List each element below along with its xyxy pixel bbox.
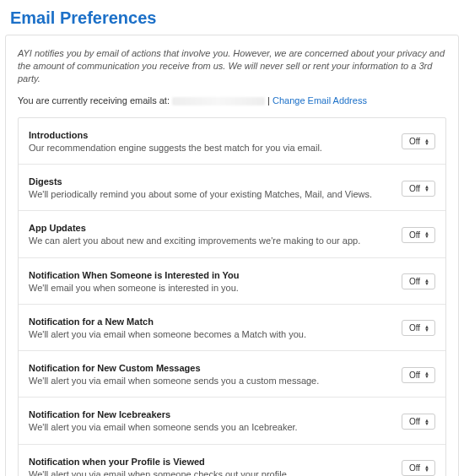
page-title: Email Preferences bbox=[0, 0, 464, 35]
pref-title: App Updates bbox=[29, 223, 393, 233]
pref-icebreakers: Notification for New Icebreakers We'll a… bbox=[19, 398, 445, 444]
toggle-value: Off bbox=[409, 371, 420, 380]
stepper-icon: ▲▼ bbox=[424, 279, 429, 285]
toggle-value: Off bbox=[409, 230, 420, 240]
pref-title: Notification when your Profile is Viewed bbox=[29, 457, 393, 467]
toggle-value: Off bbox=[409, 323, 420, 333]
pref-introductions: Introductions Our recommendation engine … bbox=[19, 118, 445, 165]
preferences-panel: AYI notifies you by email of actions tha… bbox=[5, 35, 459, 476]
pref-toggle[interactable]: Off ▲▼ bbox=[402, 273, 435, 289]
stepper-icon: ▲▼ bbox=[424, 138, 429, 145]
pref-desc: We'll email you when someone is interest… bbox=[29, 282, 393, 294]
pref-toggle[interactable]: Off ▲▼ bbox=[402, 414, 435, 430]
toggle-value: Off bbox=[409, 417, 420, 426]
pref-toggle[interactable]: Off ▲▼ bbox=[402, 320, 435, 336]
stepper-icon: ▲▼ bbox=[424, 419, 429, 425]
pref-toggle[interactable]: Off ▲▼ bbox=[402, 133, 435, 149]
pref-desc: We'll alert you via email when someone s… bbox=[29, 421, 393, 433]
pref-title: Notification for New Custom Messages bbox=[29, 363, 393, 373]
current-email-prefix: You are currently receiving emails at: bbox=[18, 95, 172, 105]
toggle-value: Off bbox=[409, 137, 420, 146]
stepper-icon: ▲▼ bbox=[424, 465, 429, 472]
toggle-value: Off bbox=[409, 277, 420, 286]
pref-toggle[interactable]: Off ▲▼ bbox=[402, 181, 435, 197]
pref-desc: We'll alert you via email when someone c… bbox=[29, 468, 393, 476]
stepper-icon: ▲▼ bbox=[424, 185, 429, 192]
pref-title: Digests bbox=[29, 176, 393, 187]
current-email-value bbox=[172, 97, 265, 105]
stepper-icon: ▲▼ bbox=[424, 371, 429, 378]
pref-desc: We'll periodically remind you about some… bbox=[29, 188, 393, 200]
current-email-line: You are currently receiving emails at: |… bbox=[18, 95, 446, 105]
toggle-value: Off bbox=[409, 463, 420, 473]
pref-desc: We can alert you about new and exciting … bbox=[29, 235, 393, 246]
pref-app-updates: App Updates We can alert you about new a… bbox=[19, 211, 445, 257]
intro-text: AYI notifies you by email of actions tha… bbox=[18, 47, 446, 85]
pref-new-match: Notification for a New Match We'll alert… bbox=[19, 305, 445, 351]
pref-title: Notification When Someone is Interested … bbox=[29, 270, 393, 280]
pref-custom-messages: Notification for New Custom Messages We'… bbox=[19, 351, 445, 398]
pref-title: Introductions bbox=[29, 130, 393, 140]
pref-title: Notification for New Icebreakers bbox=[29, 409, 393, 419]
pref-interested-in-you: Notification When Someone is Interested … bbox=[19, 258, 445, 305]
pref-toggle[interactable]: Off ▲▼ bbox=[402, 227, 435, 243]
pref-toggle[interactable]: Off ▲▼ bbox=[402, 367, 435, 383]
pref-desc: We'll alert you via email when someone b… bbox=[29, 328, 393, 340]
change-email-link[interactable]: Change Email Address bbox=[272, 95, 367, 105]
pref-desc: Our recommendation engine suggests the b… bbox=[29, 142, 393, 154]
stepper-icon: ▲▼ bbox=[424, 231, 429, 238]
pref-toggle[interactable]: Off ▲▼ bbox=[402, 460, 435, 476]
pref-title: Notification for a New Match bbox=[29, 316, 393, 327]
preferences-list: Introductions Our recommendation engine … bbox=[18, 117, 446, 476]
toggle-value: Off bbox=[409, 184, 420, 193]
stepper-icon: ▲▼ bbox=[424, 325, 429, 332]
pref-profile-viewed: Notification when your Profile is Viewed… bbox=[19, 445, 445, 476]
pref-desc: We'll alert you via email when someone s… bbox=[29, 375, 393, 387]
pref-digests: Digests We'll periodically remind you ab… bbox=[19, 165, 445, 211]
